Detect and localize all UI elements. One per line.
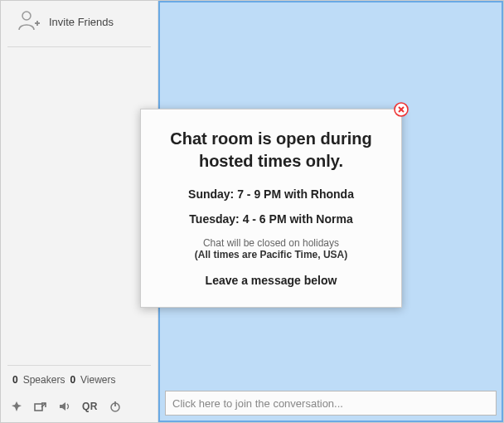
power-icon[interactable] (109, 401, 121, 412)
qr-button[interactable]: QR (82, 401, 98, 412)
sidebar-spacer (1, 47, 158, 365)
chat-input[interactable] (165, 391, 497, 416)
svg-rect-3 (35, 404, 42, 411)
popout-icon[interactable] (34, 401, 47, 412)
close-icon (394, 102, 409, 117)
chat-hours-modal: Chat room is open during hosted times on… (140, 109, 402, 308)
sidebar-toolbar: QR (1, 394, 158, 422)
pin-icon[interactable] (11, 401, 22, 412)
speakers-count: 0 (12, 374, 18, 386)
app-window: Invite Friends 0 Speakers 0 Viewers (0, 0, 504, 423)
person-plus-icon (17, 9, 41, 35)
close-button[interactable] (394, 102, 409, 117)
schedule-line-2: Tuesday: 4 - 6 PM with Norma (159, 212, 383, 226)
modal-heading: Chat room is open during hosted times on… (159, 128, 383, 173)
svg-point-0 (22, 12, 31, 20)
viewers-label: Viewers (80, 374, 115, 386)
invite-friends-label: Invite Friends (49, 16, 114, 28)
sidebar: Invite Friends 0 Speakers 0 Viewers (1, 1, 158, 422)
leave-message-text: Leave a message below (159, 274, 383, 287)
counts-row: 0 Speakers 0 Viewers (7, 365, 151, 394)
schedule-line-1: Sunday: 7 - 9 PM with Rhonda (159, 187, 383, 201)
sound-icon[interactable] (59, 401, 70, 412)
viewers-count: 0 (70, 374, 75, 386)
timezone-note: (All times are Pacific Time, USA) (159, 249, 383, 260)
chat-input-wrap (160, 386, 502, 421)
invite-friends-button[interactable]: Invite Friends (7, 1, 151, 47)
holidays-note: Chat will be closed on holidays (159, 237, 383, 249)
speakers-label: Speakers (23, 374, 65, 386)
